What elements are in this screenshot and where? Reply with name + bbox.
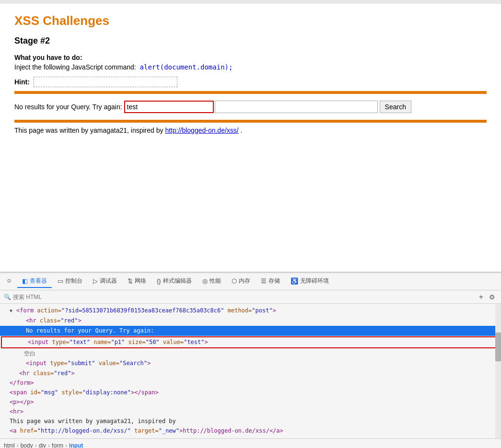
tree-row-input[interactable]: ▼ <input type="text" name="p1" size="50"… [1, 336, 500, 348]
console-label: 控制台 [65, 277, 82, 285]
orange-bar-top [14, 91, 487, 94]
html-value2: "post" [252, 307, 272, 314]
html-close: >http://blogged-on.de/xss/</a> [179, 427, 283, 434]
network-label: 网络 [135, 277, 146, 285]
debugger-label: 调试器 [100, 277, 117, 285]
html-close: ></span> [131, 389, 159, 396]
inject-line: Inject the following JavaScript command:… [14, 63, 487, 71]
footer-period: . [241, 126, 243, 134]
devtools-scrollbar[interactable] [495, 304, 501, 438]
tree-row[interactable]: <p></p> [0, 397, 501, 407]
devtools-tab-accessibility[interactable]: ♿ 无障碍环境 [286, 275, 334, 288]
settings-button[interactable]: ⚙ [487, 293, 497, 301]
html-attr2: name= [90, 339, 111, 345]
html-tag: <hr [26, 317, 40, 324]
html-value3: "50" [146, 339, 160, 345]
orange-bar-bottom [14, 120, 487, 123]
tree-row[interactable]: This page was written by yamagata21, ins… [0, 416, 501, 426]
html-attr2: method= [224, 307, 252, 314]
devtools-tab-memory[interactable]: ⬡ 内存 [227, 275, 255, 288]
html-close: > [71, 370, 74, 377]
html-value: "?sid=58513071b6839f0153ea83ceaef768c35a… [61, 307, 224, 314]
tree-row[interactable]: <hr> [0, 407, 501, 416]
breadcrumb-sep3: › [48, 442, 50, 448]
breadcrumb-form[interactable]: form [52, 442, 63, 448]
html-attr: href= [20, 427, 37, 434]
html-tag: <input [28, 339, 52, 345]
inspector-gear-icon: ⚙ [7, 278, 12, 284]
viewer-label: 查看器 [30, 277, 47, 285]
tree-row[interactable]: <hr class="red"> [0, 368, 501, 378]
devtools-toolbar: 🔍 + ⚙ [0, 290, 501, 304]
html-value4: "test" [184, 339, 204, 345]
browser-chrome [0, 0, 501, 4]
html-tag: <p></p> [10, 399, 34, 405]
footer-link[interactable]: http://blogged-on.de/xss/ [165, 126, 238, 134]
breadcrumb-sep1: › [17, 442, 19, 448]
hint-label: Hint: [14, 78, 30, 86]
html-value2: "display:none" [82, 389, 131, 396]
search-form-area: No results for your Query. Try again: Se… [14, 98, 487, 116]
devtools-tab-inspector: ⚙ [2, 276, 16, 287]
html-attr: class= [33, 370, 54, 377]
html-attr: class= [40, 317, 60, 324]
tree-row[interactable]: ▼ <input type="submit" value="Search"> [0, 358, 501, 368]
devtools-tab-console[interactable]: ▭ 控制台 [53, 275, 87, 288]
html-tag: <input [26, 360, 50, 367]
html-value: "text" [70, 339, 90, 345]
breadcrumb-body[interactable]: body [21, 442, 33, 448]
tree-row[interactable]: ▼ <form action="?sid=58513071b6839f0153e… [0, 306, 501, 316]
html-close: > [78, 317, 81, 324]
tree-row[interactable]: </form> [0, 378, 501, 388]
search-input[interactable] [215, 101, 378, 113]
search-icon: 🔍 [4, 294, 11, 300]
tree-row[interactable]: 空白 [0, 349, 501, 358]
breadcrumb-input[interactable]: input [69, 442, 83, 448]
html-value2: "_new" [159, 427, 179, 434]
breadcrumb-html[interactable]: html [4, 442, 15, 448]
accessibility-label: 无障碍环境 [300, 277, 329, 285]
devtools-tab-storage[interactable]: ☰ 存储 [256, 275, 285, 288]
devtools-tab-network[interactable]: ⇅ 网络 [123, 275, 151, 288]
console-icon: ▭ [58, 277, 63, 285]
no-results-text: No results for your Query. Try again: [14, 103, 122, 111]
viewer-icon: ◧ [22, 277, 28, 285]
html-attr2: style= [58, 389, 82, 396]
tree-row[interactable]: <span id="msg" style="display:none"></sp… [0, 388, 501, 397]
html-tree: ▼ <form action="?sid=58513071b6839f0153e… [0, 304, 501, 438]
html-tag: <hr [19, 370, 33, 377]
query-input[interactable] [124, 101, 214, 113]
performance-icon: ◎ [202, 277, 208, 285]
style-editor-icon: {} [157, 277, 161, 285]
style-editor-label: 样式编辑器 [163, 277, 192, 285]
devtools-tabs: ⚙ ◧ 查看器 ▭ 控制台 ▷ 调试器 ⇅ 网络 {} 样式编辑器 ◎ 性能 ⬡… [0, 273, 501, 290]
html-tag: <a [10, 427, 20, 434]
html-attr4: value= [160, 339, 184, 345]
what-todo-label: What you have to do: [14, 54, 487, 61]
devtools-tab-viewer[interactable]: ◧ 查看器 [17, 275, 52, 288]
hint-input[interactable] [34, 77, 177, 87]
tree-row[interactable]: ▼ <hr class="red"> [0, 316, 501, 326]
html-text-node: No results for your Query. Try again: [26, 327, 154, 334]
search-button[interactable]: Search [380, 101, 411, 113]
devtools-scrollbar-thumb[interactable] [495, 333, 501, 361]
tree-row[interactable]: <a href="http://blogged-on.de/xss/" targ… [0, 426, 501, 436]
html-attr: type= [52, 339, 70, 345]
debugger-icon: ▷ [93, 277, 98, 285]
storage-icon: ☰ [261, 277, 267, 285]
breadcrumb-sep2: › [35, 442, 37, 448]
devtools-tab-performance[interactable]: ◎ 性能 [198, 275, 226, 288]
html-value: "msg" [41, 389, 58, 396]
breadcrumb-div[interactable]: div [39, 442, 46, 448]
search-html-input[interactable] [13, 294, 475, 300]
tree-triangle: ▼ [10, 307, 16, 315]
tree-row-selected[interactable]: ▼ No results for your Query. Try again: [0, 326, 501, 336]
html-value: "red" [60, 317, 78, 324]
breadcrumb-sep4: › [65, 442, 67, 448]
html-tag: <span [10, 389, 30, 396]
add-panel-button[interactable]: + [477, 293, 485, 301]
devtools-panel: ⚙ ◧ 查看器 ▭ 控制台 ▷ 调试器 ⇅ 网络 {} 样式编辑器 ◎ 性能 ⬡… [0, 272, 501, 448]
network-icon: ⇅ [128, 277, 133, 285]
devtools-tab-style-editor[interactable]: {} 样式编辑器 [152, 275, 197, 288]
devtools-tab-debugger[interactable]: ▷ 调试器 [88, 275, 122, 288]
